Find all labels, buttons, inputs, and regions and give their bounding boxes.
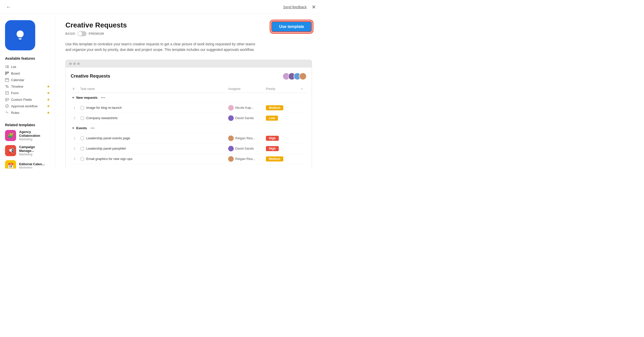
priority-badge: High [266, 146, 279, 151]
task-name-cell: Company sweatshirts [78, 116, 226, 120]
timeline-icon [5, 84, 9, 88]
svg-rect-5 [7, 65, 9, 66]
section-label: New requests [76, 96, 98, 99]
svg-rect-23 [5, 99, 9, 100]
check-circle [80, 147, 84, 151]
premium-star-icon: ★ [47, 84, 50, 88]
preview-content: Creative Requests # Task name Assignee P… [66, 68, 312, 168]
feature-label: Approval workflow [11, 104, 38, 108]
related-cat-campaign: Marketing [19, 153, 50, 156]
related-thumb-campaign: 📢 [5, 145, 16, 156]
assignee-cell: Reigan Rea... [226, 156, 264, 162]
priority-badge: Medium [266, 156, 283, 161]
row-number: 2 [71, 116, 78, 120]
row-number: 2 [71, 147, 78, 150]
feature-list-item: List [5, 63, 50, 70]
use-template-button[interactable]: Use template [271, 21, 312, 32]
section-label: Events [76, 126, 87, 130]
svg-rect-3 [18, 37, 23, 38]
window-dot-3 [77, 62, 80, 65]
task-name: Company sweatshirts [86, 116, 117, 120]
section-dots: ••• [91, 126, 95, 130]
priority-cell: Medium [264, 105, 299, 110]
assignee-name: Reigan Rea... [235, 136, 255, 140]
svg-rect-9 [7, 68, 9, 68]
section-dots: ••• [101, 95, 105, 100]
check-circle [80, 106, 84, 110]
col-task: Task name [78, 87, 226, 91]
tier-basic-label: BASIC [65, 32, 75, 36]
premium-star-icon: ★ [47, 97, 50, 102]
priority-cell: Low [264, 116, 299, 121]
svg-rect-13 [5, 79, 9, 82]
svg-rect-2 [19, 39, 21, 40]
feature-label: Rules [11, 111, 19, 115]
table-row: 2 Company sweatshirts David Sands Low [71, 113, 307, 123]
feature-label: Timeline [11, 85, 23, 88]
task-name: Leadership panel pamphlet [86, 147, 126, 150]
tier-toggle-switch[interactable] [77, 31, 87, 36]
premium-star-icon: ★ [47, 111, 50, 115]
rules-icon [5, 111, 9, 115]
priority-badge: Low [266, 116, 278, 121]
svg-point-0 [17, 30, 24, 38]
task-name-cell: Image for blog re-launch [78, 106, 226, 110]
top-right-actions: Send feedback ✕ [283, 4, 316, 10]
assignee-avatar [228, 136, 234, 141]
close-button[interactable]: ✕ [312, 4, 316, 10]
template-description: Use this template to centralize your tea… [65, 41, 257, 53]
assignee-cell: Reigan Rea... [226, 136, 264, 141]
related-template-agency[interactable]: 🧩 Agency Collaboration Marketing [5, 130, 50, 141]
svg-rect-7 [7, 66, 9, 67]
check-circle [80, 136, 84, 140]
back-button[interactable]: ← [6, 4, 11, 10]
priority-badge: High [266, 136, 279, 141]
related-templates-title: Related templates [5, 123, 50, 127]
board-icon [5, 71, 9, 75]
approval-icon [5, 104, 9, 108]
related-template-editorial[interactable]: 📅 Editorial Calen... Marketing [5, 160, 50, 168]
premium-star-icon: ★ [47, 104, 50, 108]
feature-label: Custom Fields [11, 98, 32, 102]
priority-cell: High [264, 146, 299, 151]
related-thumb-editorial: 📅 [5, 160, 16, 168]
assignee-avatar [228, 105, 234, 111]
preview-window: Creative Requests # Task name Assignee P… [65, 60, 312, 168]
window-dot-1 [69, 62, 72, 65]
svg-rect-6 [5, 66, 6, 67]
content-area: Creative Requests BASIC PREMIUM Use temp… [55, 14, 322, 168]
send-feedback-button[interactable]: Send feedback [283, 5, 307, 9]
available-features-title: Available features [5, 56, 50, 60]
related-name-editorial: Editorial Calen... [19, 162, 45, 166]
task-name-cell: Leadership panel pamphlet [78, 147, 226, 151]
feature-approval-item: Approval workflow ★ [5, 103, 50, 109]
preview-title: Creative Requests [71, 74, 110, 79]
feature-calendar-item: Calendar [5, 77, 50, 83]
section-events: ▼ Events ••• [71, 123, 307, 133]
assignee-avatar [228, 156, 234, 162]
svg-rect-8 [5, 68, 6, 68]
task-name: Email graphics for new sign ups [86, 157, 133, 161]
svg-rect-12 [8, 72, 9, 73]
feature-list: List Board Calendar [5, 63, 50, 116]
assignee-name: Reigan Rea... [235, 157, 255, 161]
feature-board-item: Board [5, 70, 50, 77]
template-icon [5, 20, 35, 50]
related-template-campaign[interactable]: 📢 Campaign Manage... Marketing [5, 145, 50, 156]
table-row: 3 Email graphics for new sign ups Reigan… [71, 154, 307, 164]
col-add: + [299, 87, 307, 91]
content-title-block: Creative Requests BASIC PREMIUM [65, 21, 127, 36]
priority-cell: High [264, 136, 299, 141]
chevron-icon: ▼ [72, 96, 75, 99]
assignee-cell: David Sands [226, 146, 264, 151]
premium-star-icon: ★ [47, 91, 50, 95]
svg-rect-11 [7, 72, 8, 74]
assignee-cell: David Sands [226, 115, 264, 121]
assignee-name: Nicole Kap... [235, 106, 254, 110]
task-name: Leadership panel events page [86, 136, 130, 140]
feature-rules-item: Rules ★ [5, 109, 50, 116]
feature-label: Calendar [11, 78, 24, 82]
tier-toggle: BASIC PREMIUM [65, 31, 127, 36]
col-priority: Priority [264, 87, 299, 91]
top-bar: ← Send feedback ✕ [0, 0, 322, 14]
